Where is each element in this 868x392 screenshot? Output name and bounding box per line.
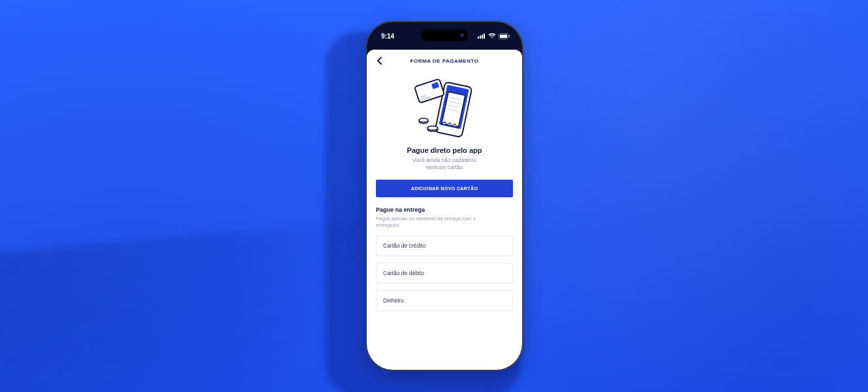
phone-frame: 9:14 FORMA DE PAGAMENTO xyxy=(365,21,523,371)
pay-in-app-subtext: Você ainda não cadastrou nenhum cartão xyxy=(376,157,513,172)
option-cash[interactable]: Dinheiro xyxy=(376,290,513,311)
svg-rect-0 xyxy=(478,37,479,39)
svg-rect-1 xyxy=(480,36,481,39)
illustration xyxy=(376,76,513,141)
app-screen: FORMA DE PAGAMENTO xyxy=(367,50,522,370)
content: Pague direto pelo app Você ainda não cad… xyxy=(367,72,522,323)
chevron-left-icon xyxy=(377,57,383,65)
page-title: FORMA DE PAGAMENTO xyxy=(411,58,479,64)
signal-icon xyxy=(478,33,486,39)
svg-rect-5 xyxy=(500,35,507,38)
pay-on-delivery-subtext: Pague apenas no momento da entrega com o… xyxy=(376,216,487,229)
pay-in-app-heading: Pague direto pelo app xyxy=(376,146,513,154)
svg-point-21 xyxy=(427,126,438,131)
back-button[interactable] xyxy=(373,54,386,67)
top-bar: FORMA DE PAGAMENTO xyxy=(367,50,522,72)
option-debit-card[interactable]: Cartão de débito xyxy=(376,263,513,284)
svg-rect-2 xyxy=(482,35,483,39)
pay-on-delivery-heading: Pague na entrega xyxy=(376,206,513,213)
svg-rect-6 xyxy=(509,35,510,37)
battery-icon xyxy=(499,33,510,39)
dynamic-island xyxy=(421,29,468,41)
pay-in-app-sub-line2: nenhum cartão xyxy=(426,164,463,171)
svg-rect-14 xyxy=(414,79,444,103)
status-icons xyxy=(478,33,510,39)
wifi-icon xyxy=(488,33,496,39)
payment-illustration-icon xyxy=(405,76,484,141)
svg-point-19 xyxy=(419,118,428,122)
option-credit-card[interactable]: Cartão de crédito xyxy=(376,235,513,256)
pay-in-app-sub-line1: Você ainda não cadastrou xyxy=(412,157,476,163)
svg-rect-3 xyxy=(484,34,485,39)
status-time: 9:14 xyxy=(381,33,394,40)
add-card-button[interactable]: ADICIONAR NOVO CARTÃO xyxy=(376,180,513,197)
